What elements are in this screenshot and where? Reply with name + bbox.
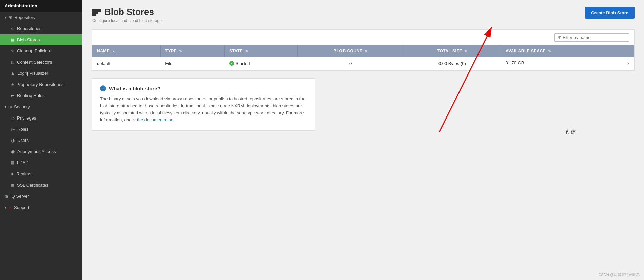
sidebar-item-label: Routing Rules [17,93,45,98]
info-circle-icon: i [100,85,106,91]
roles-icon: ◎ [11,127,15,132]
started-indicator [229,61,234,66]
sidebar-item-support[interactable]: ▾ ✕ Support [0,202,82,213]
cell-state: Started [225,57,297,70]
sidebar-item-ssl-certs[interactable]: ▦ SSL Certificates [0,179,82,191]
cleanup-icon: ✎ [11,49,14,53]
sidebar-item-roles[interactable]: ◎ Roles [0,124,82,135]
sidebar-section-label: Security [14,104,30,109]
sidebar-item-label: Content Selectors [17,60,52,65]
table-row[interactable]: default File Started 0 0.00 Bytes (0) [92,57,634,70]
col-state[interactable]: STATE ⇅ [225,45,297,57]
state-started: Started [229,61,293,66]
info-body-end: . [173,117,175,122]
sidebar-item-label: LDAP [17,160,28,165]
page-title: Blob Stores [92,7,162,17]
documentation-link[interactable]: the documentation [137,117,173,122]
sidebar-item-label: Repositories [17,26,41,31]
svg-rect-1 [92,12,98,14]
chevron-down-icon: ▾ [5,16,6,19]
info-box: i What is a blob store? The binary asset… [92,78,315,131]
col-total-size[interactable]: TOTAL SIZE ⇅ [404,45,501,57]
sidebar-item-label: Users [17,138,29,143]
sidebar-item-repositories[interactable]: ▭ Repositories [0,23,82,34]
security-icon: ⊕ [8,105,12,109]
sidebar-item-log4j[interactable]: ♟ Log4j Visualizer [0,68,82,79]
cell-name: default [92,57,160,70]
blob-stores-table: NAME ▲ TYPE ⇅ STATE ⇅ BLOB COUNT ⇅ [92,45,634,70]
filter-icon: ⧩ [558,35,561,40]
col-blob-count[interactable]: BLOB COUNT ⇅ [297,45,404,57]
filter-input-wrap: ⧩ [554,33,629,42]
blob-stores-page-icon [92,9,101,16]
watermark: CSDN @写博客还要昵称 [599,272,640,277]
table-header: NAME ▲ TYPE ⇅ STATE ⇅ BLOB COUNT ⇅ [92,45,634,57]
priv-icon: ◇ [11,115,14,121]
svg-rect-0 [92,9,101,12]
sidebar-item-label: Privileges [17,115,36,121]
blob-stores-table-container: NAME ▲ TYPE ⇅ STATE ⇅ BLOB COUNT ⇅ [92,45,634,70]
sidebar-item-label: Blob Stores [17,37,40,42]
blob-icon: ▦ [11,38,14,42]
cell-available-space: 31.70 GB › [501,57,634,70]
sidebar-item-proprietary[interactable]: ◈ Proprietary Repositories [0,79,82,90]
sort-arrow-state: ⇅ [245,49,248,53]
log4j-icon: ♟ [11,71,15,76]
info-title-text: What is a blob store? [109,86,160,91]
sidebar: Administration ▾ ⊞ Repository ▭ Reposito… [0,0,82,280]
sidebar-section-label: Repository [14,15,35,20]
sidebar-section-repository[interactable]: ▾ ⊞ Repository [0,12,82,23]
table-body: default File Started 0 0.00 Bytes (0) [92,57,634,70]
anon-icon: ◉ [11,149,15,154]
sidebar-item-privileges[interactable]: ◇ Privileges [0,112,82,124]
info-body: The binary assets you download via proxy… [100,95,307,124]
filter-row: ⧩ [92,29,634,45]
sidebar-item-label: Proprietary Repositories [16,82,63,87]
svg-rect-2 [92,14,96,16]
sidebar-item-users[interactable]: ◑ Users [0,135,82,146]
sort-arrow-blob-count: ⇅ [365,49,368,53]
sidebar-item-label: SSL Certificates [17,182,48,188]
create-blob-store-button[interactable]: Create Blob Store [585,7,635,19]
iq-icon: ◑ [5,194,8,199]
support-expand-icon: ▾ [5,206,6,209]
sidebar-section-security[interactable]: ▾ ⊕ Security [0,101,82,112]
sort-arrow-type: ⇅ [179,49,182,53]
row-chevron-right-icon[interactable]: › [627,60,629,66]
sidebar-item-realms[interactable]: ◈ Realms [0,168,82,179]
sidebar-item-label: Log4j Visualizer [17,71,48,76]
sidebar-item-cleanup-policies[interactable]: ✎ Cleanup Policies [0,45,82,57]
col-type[interactable]: TYPE ⇅ [160,45,224,57]
info-body-text: The binary assets you download via proxy… [100,96,306,122]
filter-input[interactable] [563,35,626,40]
sidebar-item-routing-rules[interactable]: ⇌ Routing Rules [0,90,82,101]
prop-icon: ◈ [11,82,14,87]
sort-arrow-available-space: ⇅ [548,49,551,53]
sidebar-item-label: Roles [17,127,28,132]
ldap-icon: ▦ [11,160,14,165]
ssl-icon: ▦ [11,183,14,187]
repo-list-icon: ▭ [11,26,14,31]
sidebar-item-label: IQ Server [10,194,29,199]
realms-icon: ◈ [11,172,14,176]
col-name[interactable]: NAME ▲ [92,45,160,57]
support-x-icon: ✕ [8,205,12,210]
info-title: i What is a blob store? [100,85,307,91]
page-subtitle: Configure local and cloud blob storage [92,18,162,23]
cell-total-size: 0.00 Bytes (0) [404,57,501,70]
available-space-value: 31.70 GB [505,60,524,65]
sidebar-item-anonymous-access[interactable]: ◉ Anonymous Access [0,146,82,157]
sidebar-item-blob-stores[interactable]: ▦ Blob Stores [0,34,82,45]
sort-arrow-total-size: ⇅ [464,49,467,53]
sidebar-item-iq-server[interactable]: ◑ IQ Server [0,191,82,202]
sidebar-item-label: Anonymous Access [17,149,56,154]
routing-icon: ⇌ [11,93,14,98]
main-content: Blob Stores Configure local and cloud bl… [82,0,644,280]
sidebar-item-content-selectors[interactable]: ◫ Content Selectors [0,57,82,68]
col-available-space[interactable]: AVAILABLE SPACE ⇅ [501,45,634,57]
sidebar-item-label: Support [14,205,30,210]
sidebar-item-ldap[interactable]: ▦ LDAP [0,157,82,168]
page-title-area: Blob Stores Configure local and cloud bl… [92,7,162,23]
page-header: Blob Stores Configure local and cloud bl… [92,7,635,23]
sidebar-item-label: Cleanup Policies [17,48,50,53]
